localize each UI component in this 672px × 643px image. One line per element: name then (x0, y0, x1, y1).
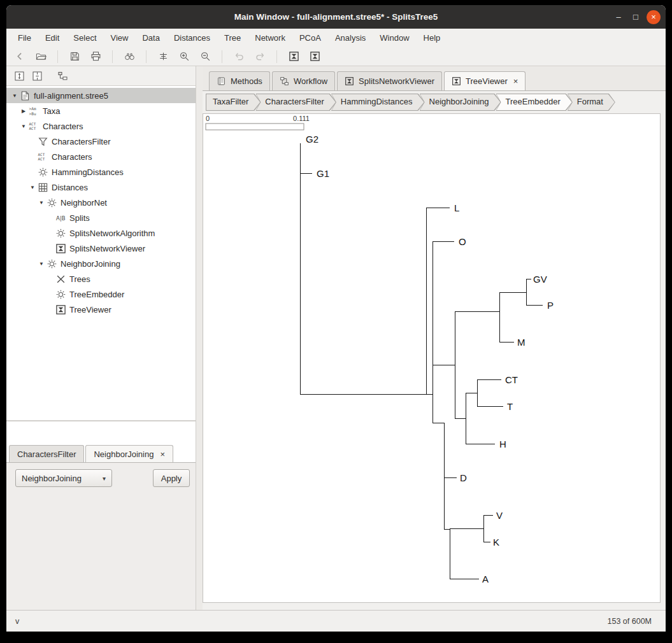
tab-charactersfilter[interactable]: CharactersFilter (9, 445, 84, 462)
find-button[interactable] (121, 48, 138, 64)
tree-item-splitsnetworkalgorithm[interactable]: SplitsNetworkAlgorithm (6, 225, 196, 241)
menu-distances[interactable]: Distances (167, 29, 217, 47)
tab-neighborjoining[interactable]: NeighborJoining× (85, 445, 173, 462)
expand-arrow-icon[interactable]: ▼ (28, 185, 37, 190)
close-tab-icon[interactable]: × (513, 77, 518, 85)
svg-text:ACT: ACT (38, 157, 45, 161)
breadcrumb-taxafilter[interactable]: TaxaFilter (206, 94, 261, 111)
tree-item-treeembedder[interactable]: TreeEmbedder (6, 286, 196, 302)
splits-network-viewer-button[interactable] (285, 48, 302, 64)
tree-svg: G2G1LOGVPMCTTHDVKA00.111 (203, 114, 660, 602)
taxon-label-m[interactable]: M (517, 337, 525, 348)
taxon-label-l[interactable]: L (454, 202, 459, 213)
expand-arrow-icon[interactable]: ▼ (10, 93, 19, 99)
tree-item-splitsnetworkviewer[interactable]: SplitsNetworkViewer (6, 241, 196, 256)
tree-item-splits[interactable]: A|BSplits (6, 210, 196, 225)
breadcrumb-charactersfilter[interactable]: CharactersFilter (255, 94, 336, 111)
horizontal-splitter[interactable] (6, 420, 196, 421)
close-tab-icon[interactable]: × (160, 450, 165, 458)
taxon-label-a[interactable]: A (482, 574, 489, 584)
tab-splitsnetworkviewer[interactable]: SplitsNetworkViewer (337, 71, 442, 90)
expand-all-button[interactable] (12, 69, 26, 83)
tree-item-full-alignment-stree5[interactable]: ▼full-alignment.stree5 (6, 88, 196, 103)
algorithm-select[interactable]: NeighborJoining ▾ (15, 469, 112, 487)
back-button[interactable] (11, 48, 28, 64)
minimize-button[interactable]: – (612, 10, 625, 24)
menu-tree[interactable]: Tree (217, 29, 248, 47)
menu-edit[interactable]: Edit (38, 29, 66, 47)
breadcrumb-treeembedder[interactable]: TreeEmbedder (496, 94, 572, 111)
tab-label: Workflow (294, 76, 327, 86)
taxon-label-k[interactable]: K (493, 537, 499, 548)
gear-icon (46, 197, 57, 208)
taxon-label-t[interactable]: T (507, 401, 513, 412)
breadcrumb-hammingdistances[interactable]: HammingDistances (331, 94, 425, 111)
tree-item-neighborjoining[interactable]: ▼NeighborJoining (6, 256, 196, 271)
taxa-icon: >Am>Bu (29, 106, 39, 117)
tab-workflow[interactable]: Workflow (272, 71, 335, 90)
menu-view[interactable]: View (104, 29, 136, 47)
show-workflow-button[interactable] (55, 69, 69, 83)
maximize-button[interactable]: □ (629, 10, 642, 24)
taxon-label-d[interactable]: D (460, 472, 467, 483)
taxon-label-o[interactable]: O (459, 236, 466, 247)
breadcrumb-neighborjoining[interactable]: NeighborJoining (420, 94, 501, 111)
viewer-panel: MethodsWorkflowSplitsNetworkViewerTreeVi… (203, 66, 666, 610)
menu-pcoa[interactable]: PCoA (292, 29, 328, 47)
tree-item-characters[interactable]: ACTACTCharacters (6, 149, 196, 164)
expand-arrow-icon[interactable]: ▼ (19, 124, 28, 129)
reset-zoom-button[interactable] (155, 48, 171, 64)
zoom-out-icon (200, 51, 211, 62)
tree-item-treeviewer[interactable]: TreeViewer (6, 302, 196, 317)
menu-network[interactable]: Network (248, 29, 292, 47)
viewer-tab-strip: MethodsWorkflowSplitsNetworkViewerTreeVi… (203, 66, 666, 91)
tree-item-taxa[interactable]: ▶>Am>BuTaxa (6, 103, 196, 118)
window-title: Main Window - full-alignment.stree5* - S… (6, 12, 666, 22)
collapse-all-button[interactable] (30, 69, 44, 83)
open-button[interactable] (32, 48, 49, 64)
show-workflow-icon (57, 71, 68, 81)
zoom-in-button[interactable] (176, 48, 192, 64)
menu-select[interactable]: Select (66, 29, 103, 47)
tab-treeviewer[interactable]: TreeViewer× (444, 71, 525, 90)
svg-text:ACT: ACT (29, 122, 36, 126)
tree-item-distances[interactable]: ▼Distances (6, 180, 196, 195)
menu-file[interactable]: File (11, 29, 38, 47)
taxon-label-g1[interactable]: G1 (317, 168, 329, 179)
apply-button[interactable]: Apply (153, 469, 190, 487)
tree-canvas[interactable]: G2G1LOGVPMCTTHDVKA00.111 (203, 113, 661, 603)
menu-data[interactable]: Data (135, 29, 166, 47)
menu-help[interactable]: Help (417, 29, 448, 47)
taxon-label-g2[interactable]: G2 (306, 134, 318, 145)
taxon-label-ct[interactable]: CT (505, 374, 518, 385)
vertical-splitter[interactable] (196, 66, 203, 610)
breadcrumb-format[interactable]: Format (568, 94, 615, 111)
taxon-label-gv[interactable]: GV (533, 274, 547, 285)
expand-arrow-icon[interactable]: ▶ (19, 108, 28, 114)
taxon-label-p[interactable]: P (547, 300, 554, 311)
undo-button[interactable] (231, 48, 247, 64)
menu-analysis[interactable]: Analysis (328, 29, 373, 47)
splits-icon: A|B (55, 213, 66, 223)
tree-item-charactersfilter[interactable]: CharactersFilter (6, 134, 196, 149)
zoom-out-button[interactable] (197, 48, 213, 64)
close-button[interactable]: × (647, 10, 661, 24)
tree-item-characters[interactable]: ▼ACTACTCharacters (6, 118, 196, 134)
tab-methods[interactable]: Methods (209, 71, 270, 90)
svg-text:ACT: ACT (29, 126, 36, 131)
expand-arrow-icon[interactable]: ▼ (37, 200, 46, 206)
workflow-sidebar: ▼full-alignment.stree5▶>Am>BuTaxa▼ACTACT… (6, 66, 196, 610)
redo-button[interactable] (252, 48, 268, 64)
print-button[interactable] (87, 48, 104, 64)
tree-item-hammingdistances[interactable]: HammingDistances (6, 164, 196, 180)
save-button[interactable] (66, 48, 83, 64)
tree-viewer-button[interactable] (306, 48, 323, 64)
status-toggle[interactable]: v (15, 617, 19, 626)
taxon-label-v[interactable]: V (496, 510, 503, 521)
menu-window[interactable]: Window (373, 29, 416, 47)
taxon-label-h[interactable]: H (499, 439, 506, 449)
expand-arrow-icon[interactable]: ▼ (37, 261, 46, 267)
title-bar[interactable]: Main Window - full-alignment.stree5* - S… (6, 5, 666, 29)
tree-item-trees[interactable]: Trees (6, 271, 196, 286)
tree-item-neighbornet[interactable]: ▼NeighborNet (6, 195, 196, 210)
